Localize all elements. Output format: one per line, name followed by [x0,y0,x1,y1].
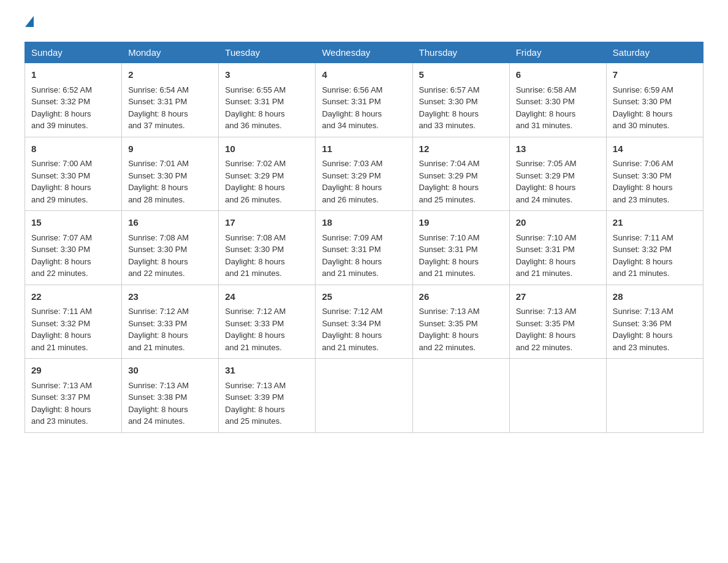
day-header-monday: Monday [122,42,219,63]
day-number: 5 [419,68,503,82]
calendar-cell: 27Sunrise: 7:13 AMSunset: 3:35 PMDayligh… [509,285,606,359]
day-number: 11 [322,142,406,156]
calendar-cell: 6Sunrise: 6:58 AMSunset: 3:30 PMDaylight… [509,63,606,137]
day-number: 8 [31,142,115,156]
calendar-header-row: SundayMondayTuesdayWednesdayThursdayFrid… [25,42,703,63]
calendar-cell: 29Sunrise: 7:13 AMSunset: 3:37 PMDayligh… [25,359,122,433]
day-number: 1 [31,68,115,82]
calendar-cell: 5Sunrise: 6:57 AMSunset: 3:30 PMDaylight… [412,63,509,137]
calendar-cell: 28Sunrise: 7:13 AMSunset: 3:36 PMDayligh… [606,285,703,359]
calendar-week-row: 29Sunrise: 7:13 AMSunset: 3:37 PMDayligh… [25,359,703,433]
day-header-wednesday: Wednesday [316,42,412,63]
calendar-cell: 7Sunrise: 6:59 AMSunset: 3:30 PMDaylight… [606,63,703,137]
day-number: 31 [225,364,309,378]
day-number: 14 [613,142,697,156]
calendar-cell: 13Sunrise: 7:05 AMSunset: 3:29 PMDayligh… [509,137,606,211]
day-number: 20 [516,216,600,230]
calendar-cell [509,359,606,433]
day-number: 28 [613,290,697,304]
calendar-cell [412,359,509,433]
day-number: 6 [516,68,600,82]
calendar-cell: 25Sunrise: 7:12 AMSunset: 3:34 PMDayligh… [316,285,412,359]
calendar-cell: 2Sunrise: 6:54 AMSunset: 3:31 PMDaylight… [122,63,219,137]
calendar-cell: 3Sunrise: 6:55 AMSunset: 3:31 PMDaylight… [219,63,316,137]
day-header-sunday: Sunday [25,42,122,63]
day-number: 27 [516,290,600,304]
calendar-cell: 21Sunrise: 7:11 AMSunset: 3:32 PMDayligh… [606,211,703,285]
day-number: 24 [225,290,309,304]
day-number: 22 [31,290,115,304]
day-number: 18 [322,216,406,230]
day-number: 30 [128,364,212,378]
calendar-cell: 4Sunrise: 6:56 AMSunset: 3:31 PMDaylight… [316,63,412,137]
calendar-cell: 22Sunrise: 7:11 AMSunset: 3:32 PMDayligh… [25,285,122,359]
logo [25,18,34,29]
day-number: 26 [419,290,503,304]
day-number: 10 [225,142,309,156]
day-number: 17 [225,216,309,230]
calendar-week-row: 1Sunrise: 6:52 AMSunset: 3:32 PMDaylight… [25,63,703,137]
calendar-cell: 9Sunrise: 7:01 AMSunset: 3:30 PMDaylight… [122,137,219,211]
calendar-table: SundayMondayTuesdayWednesdayThursdayFrid… [25,42,703,433]
day-number: 21 [613,216,697,230]
calendar-cell: 16Sunrise: 7:08 AMSunset: 3:30 PMDayligh… [122,211,219,285]
calendar-cell: 30Sunrise: 7:13 AMSunset: 3:38 PMDayligh… [122,359,219,433]
day-number: 23 [128,290,212,304]
calendar-cell: 19Sunrise: 7:10 AMSunset: 3:31 PMDayligh… [412,211,509,285]
day-header-saturday: Saturday [606,42,703,63]
day-header-thursday: Thursday [412,42,509,63]
calendar-cell: 31Sunrise: 7:13 AMSunset: 3:39 PMDayligh… [219,359,316,433]
calendar-cell: 1Sunrise: 6:52 AMSunset: 3:32 PMDaylight… [25,63,122,137]
calendar-cell: 15Sunrise: 7:07 AMSunset: 3:30 PMDayligh… [25,211,122,285]
calendar-week-row: 15Sunrise: 7:07 AMSunset: 3:30 PMDayligh… [25,211,703,285]
day-number: 25 [322,290,406,304]
day-number: 12 [419,142,503,156]
day-number: 19 [419,216,503,230]
calendar-cell: 18Sunrise: 7:09 AMSunset: 3:31 PMDayligh… [316,211,412,285]
calendar-cell: 17Sunrise: 7:08 AMSunset: 3:30 PMDayligh… [219,211,316,285]
calendar-cell [606,359,703,433]
calendar-week-row: 8Sunrise: 7:00 AMSunset: 3:30 PMDaylight… [25,137,703,211]
day-number: 3 [225,68,309,82]
calendar-cell [316,359,412,433]
day-number: 4 [322,68,406,82]
calendar-cell: 23Sunrise: 7:12 AMSunset: 3:33 PMDayligh… [122,285,219,359]
day-number: 7 [613,68,697,82]
day-number: 16 [128,216,212,230]
calendar-cell: 10Sunrise: 7:02 AMSunset: 3:29 PMDayligh… [219,137,316,211]
calendar-cell: 11Sunrise: 7:03 AMSunset: 3:29 PMDayligh… [316,137,412,211]
calendar-cell: 26Sunrise: 7:13 AMSunset: 3:35 PMDayligh… [412,285,509,359]
day-number: 2 [128,68,212,82]
day-number: 15 [31,216,115,230]
calendar-cell: 20Sunrise: 7:10 AMSunset: 3:31 PMDayligh… [509,211,606,285]
day-header-tuesday: Tuesday [219,42,316,63]
calendar-cell: 14Sunrise: 7:06 AMSunset: 3:30 PMDayligh… [606,137,703,211]
day-header-friday: Friday [509,42,606,63]
page-header [25,18,703,29]
logo-triangle-icon [25,16,34,27]
calendar-cell: 24Sunrise: 7:12 AMSunset: 3:33 PMDayligh… [219,285,316,359]
calendar-cell: 12Sunrise: 7:04 AMSunset: 3:29 PMDayligh… [412,137,509,211]
calendar-week-row: 22Sunrise: 7:11 AMSunset: 3:32 PMDayligh… [25,285,703,359]
day-number: 13 [516,142,600,156]
day-number: 9 [128,142,212,156]
calendar-cell: 8Sunrise: 7:00 AMSunset: 3:30 PMDaylight… [25,137,122,211]
day-number: 29 [31,364,115,378]
